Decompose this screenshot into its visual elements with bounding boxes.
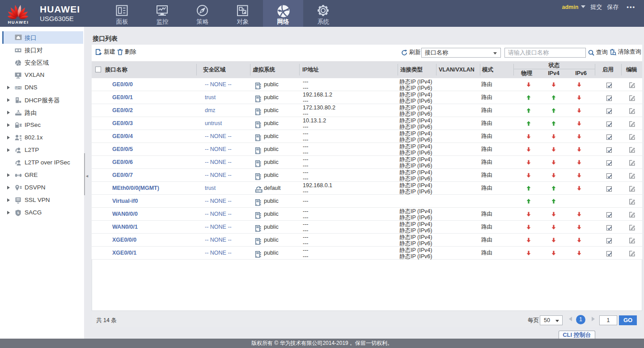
svg-text:12+1: 12+1	[15, 86, 22, 89]
svg-text:S: S	[17, 211, 19, 214]
